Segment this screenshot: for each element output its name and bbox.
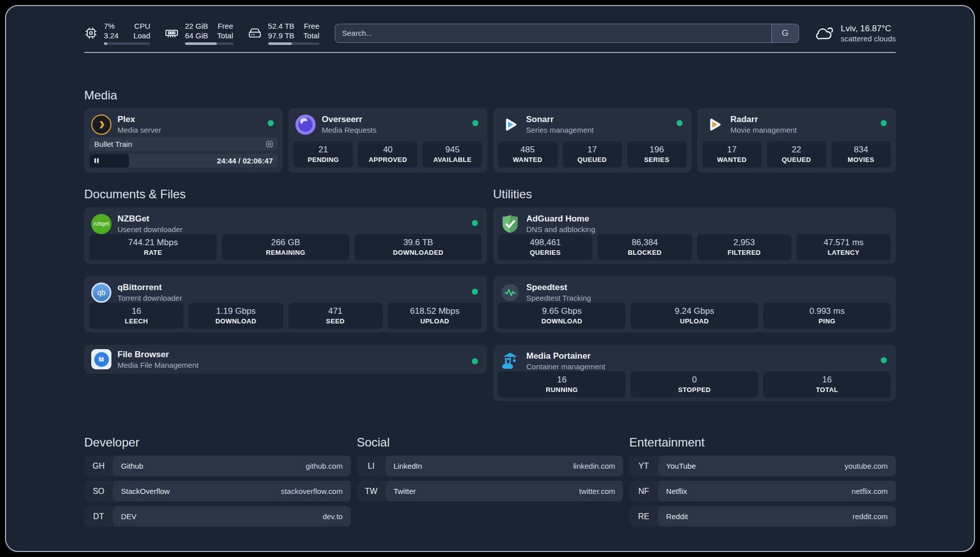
disk-free-value: 52.4 TB	[268, 21, 294, 31]
stat-tile: 40APPROVED	[358, 141, 417, 168]
status-dot	[472, 220, 478, 226]
memory-progress-bar	[185, 42, 233, 45]
section-title-developer: Developer	[84, 435, 351, 450]
now-playing-title-bar: Bullet Train	[89, 137, 278, 151]
search-input[interactable]	[335, 24, 799, 43]
stat-tile: 0.993 msPING	[763, 303, 891, 329]
disk-total-label: Total	[303, 31, 320, 40]
search-engine-button[interactable]: G	[771, 24, 799, 43]
stat-tile: 39.6 TBDOWNLOADED	[354, 234, 482, 260]
bookmarks-social: Social LI LinkedInlinkedin.com TW Twitte…	[357, 435, 624, 527]
disk-free-label: Free	[303, 21, 320, 31]
stat-tile: 16TOTAL	[763, 371, 891, 398]
bookmarks-entertainment: Entertainment YT YouTubeyoutube.com NF N…	[629, 435, 896, 527]
cpu-load-label: Load	[134, 31, 150, 40]
weather-widget: Lviv, 16.87°C scattered clouds	[815, 23, 896, 43]
radarr-icon	[704, 115, 724, 135]
stat-tile: 86,384BLOCKED	[597, 234, 692, 260]
stat-tile: 17QUEUED	[563, 141, 622, 168]
pause-icon[interactable]	[93, 157, 100, 164]
stat-tile: 196SERIES	[627, 141, 687, 168]
plex-icon	[91, 115, 111, 135]
player-progress-bar[interactable]: 24:44 / 02:06:47	[89, 154, 278, 168]
stat-tile: 9.65 GbpsDOWNLOAD	[498, 303, 626, 329]
status-dot	[472, 358, 478, 364]
bookmark-linkedin[interactable]: LI LinkedInlinkedin.com	[357, 456, 624, 476]
service-card-portainer[interactable]: Media Portainer Container management 16R…	[493, 345, 896, 401]
stat-tile: 16LEECH	[89, 303, 183, 329]
section-title-media: Media	[84, 88, 896, 102]
filebrowser-icon	[91, 349, 111, 369]
disk-total-value: 97.9 TB	[268, 31, 294, 40]
cpu-load-value: 3.24	[104, 31, 118, 40]
section-title-entertainment: Entertainment	[629, 435, 896, 450]
bookmark-netflix[interactable]: NF Netflixnetflix.com	[629, 481, 896, 502]
bookmark-github[interactable]: GH Githubgithub.com	[84, 456, 351, 476]
player-expand-icon[interactable]	[265, 140, 274, 148]
weather-location-temp: Lviv, 16.87°C	[841, 23, 896, 34]
memory-widget: 22 GiB 64 GiB Free Total	[164, 21, 233, 45]
sonarr-icon	[500, 115, 520, 135]
resource-widgets: 7% 3.24 CPU Load	[84, 21, 320, 45]
topbar: 7% 3.24 CPU Load	[84, 21, 896, 45]
status-dot	[268, 120, 274, 126]
status-dot	[677, 120, 683, 126]
service-card-speedtest[interactable]: Speedtest Speedtest Tracking 9.65 GbpsDO…	[493, 276, 896, 332]
qbittorrent-icon: qb	[91, 283, 111, 303]
memory-free-value: 22 GiB	[185, 21, 208, 31]
service-card-nzbget[interactable]: nzbget NZBGet Usenet downloader 744.21 M…	[84, 207, 487, 264]
nzbget-icon: nzbget	[91, 214, 111, 234]
bookmark-stackoverflow[interactable]: SO StackOverflowstackoverflow.com	[84, 481, 351, 502]
utilities-section: Utilities AdGuard Home D	[493, 187, 896, 401]
memory-icon	[164, 26, 179, 40]
status-dot	[472, 120, 478, 126]
speedtest-icon	[500, 283, 520, 303]
stat-tile: 2,953FILTERED	[697, 234, 791, 260]
stat-tile: 834MOVIES	[831, 141, 891, 168]
cpu-usage-label: CPU	[134, 21, 150, 31]
stat-tile: 21PENDING	[293, 141, 353, 168]
section-title-utilities: Utilities	[493, 187, 896, 201]
stat-tile: 744.21 MbpsRATE	[89, 234, 217, 260]
bookmark-dev[interactable]: DT DEVdev.to	[84, 506, 351, 527]
adguard-icon	[500, 214, 520, 234]
status-dot	[472, 289, 478, 295]
stat-tile: 22QUEUED	[767, 141, 826, 168]
stat-tile: 498,461QUERIES	[498, 234, 592, 260]
memory-total-label: Total	[217, 31, 233, 40]
cloud-icon	[815, 24, 834, 43]
section-title-documents: Documents & Files	[84, 187, 487, 201]
stat-tile: 16RUNNING	[498, 371, 626, 398]
stat-tile: 17WANTED	[702, 141, 762, 168]
stat-tile: 471SEED	[288, 303, 383, 329]
service-card-qbittorrent[interactable]: qb qBittorrent Torrent downloader 16LEEC…	[84, 276, 487, 332]
disk-widget: 52.4 TB 97.9 TB Free Total	[248, 21, 320, 45]
disk-icon	[248, 26, 262, 40]
service-card-radarr[interactable]: Radarr Movie management 17WANTED 22QUEUE…	[697, 108, 896, 173]
stat-tile: 618.52 MbpsUPLOAD	[388, 303, 482, 329]
service-card-adguard[interactable]: AdGuard Home DNS and adblocking 498,461Q…	[493, 207, 896, 264]
documents-section: Documents & Files nzbget NZBGet Usenet d…	[84, 187, 487, 401]
status-dot	[881, 357, 887, 363]
topbar-divider	[84, 52, 896, 53]
service-card-plex[interactable]: Plex Media server Bullet Train	[84, 108, 283, 173]
player-time: 24:44 / 02:06:47	[217, 154, 273, 168]
bookmarks-developer: Developer GH Githubgithub.com SO StackOv…	[84, 435, 351, 527]
stat-tile: 9.24 GbpsUPLOAD	[631, 303, 758, 329]
bookmark-twitter[interactable]: TW Twittertwitter.com	[357, 481, 624, 502]
service-card-filebrowser[interactable]: File Browser Media File Management	[84, 345, 487, 374]
service-card-overseerr[interactable]: Overseerr Media Requests 21PENDING 40APP…	[288, 108, 487, 173]
media-section: Plex Media server Bullet Train	[84, 108, 896, 173]
memory-free-label: Free	[217, 21, 233, 31]
search-widget: G	[335, 24, 799, 43]
stat-tile: 945AVAILABLE	[422, 141, 482, 168]
service-card-sonarr[interactable]: Sonarr Series management 485WANTED 17QUE…	[493, 108, 692, 173]
cpu-usage-value: 7%	[104, 21, 118, 31]
section-title-social: Social	[357, 435, 624, 450]
overseerr-icon	[295, 115, 316, 135]
bookmark-youtube[interactable]: YT YouTubeyoutube.com	[629, 456, 896, 476]
stat-tile: 0STOPPED	[631, 371, 758, 398]
stat-tile: 485WANTED	[498, 141, 558, 168]
now-playing-title: Bullet Train	[94, 140, 265, 148]
bookmark-reddit[interactable]: RE Redditreddit.com	[629, 506, 896, 527]
